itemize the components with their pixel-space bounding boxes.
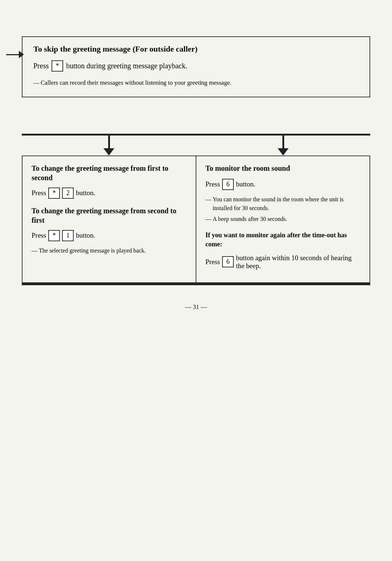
second-to-first-note-block: The selected greeting message is played … bbox=[32, 246, 187, 255]
skip-press-line: Press * button during greeting message p… bbox=[33, 60, 359, 72]
first-to-second-key-2: 2 bbox=[62, 187, 74, 199]
flow-container bbox=[22, 134, 370, 156]
second-to-first-key-star: * bbox=[48, 230, 60, 241]
first-to-second-after: button. bbox=[76, 189, 95, 197]
right-arrow-head bbox=[278, 148, 289, 156]
if-want-section: If you want to monitor again after the t… bbox=[205, 231, 360, 270]
skip-note: Callers can record their messages withou… bbox=[33, 78, 359, 88]
monitor-note-1: You can monitor the sound in the room wh… bbox=[205, 195, 360, 213]
first-to-second-press-label: Press bbox=[32, 189, 46, 197]
monitor-note-2: A beep sounds after 30 seconds. bbox=[205, 215, 360, 223]
arrow-left-indicator bbox=[6, 51, 24, 58]
left-arrow-head bbox=[103, 148, 114, 156]
monitor-after-key: button. bbox=[236, 180, 255, 188]
second-to-first-key-1: 1 bbox=[62, 230, 74, 241]
first-to-second-key-star: * bbox=[48, 187, 60, 199]
bottom-bar bbox=[22, 283, 370, 285]
second-to-first-note: The selected greeting message is played … bbox=[32, 246, 187, 255]
right-arrow-shaft bbox=[282, 136, 284, 148]
second-to-first-section: To change the greeting message from seco… bbox=[32, 206, 187, 255]
arrows-below bbox=[22, 136, 370, 156]
right-down-arrow bbox=[278, 136, 289, 156]
monitor-press-label: Press bbox=[205, 180, 220, 188]
skip-key-star: * bbox=[52, 60, 63, 72]
if-want-after-key: button again within 10 seconds of hearin… bbox=[236, 254, 360, 270]
if-want-title: If you want to monitor again after the t… bbox=[205, 231, 360, 249]
left-arrow-shaft bbox=[108, 136, 110, 148]
left-column: To change the greeting message from firs… bbox=[22, 156, 196, 283]
if-want-press-line: Press 6 button again within 10 seconds o… bbox=[205, 254, 360, 270]
skip-after-key: button during greeting message playback. bbox=[66, 62, 187, 70]
monitor-title: To monitor the room sound bbox=[205, 164, 360, 173]
skip-press-label: Press bbox=[33, 62, 49, 70]
left-down-arrow bbox=[103, 136, 114, 156]
first-to-second-section: To change the greeting message from firs… bbox=[32, 164, 187, 199]
first-to-second-title: To change the greeting message from firs… bbox=[32, 164, 187, 182]
right-column: To monitor the room sound Press 6 button… bbox=[196, 156, 370, 283]
second-to-first-title: To change the greeting message from seco… bbox=[32, 206, 187, 225]
page-number: — 31 — bbox=[22, 303, 370, 311]
skip-greeting-title: To skip the greeting message (For outsid… bbox=[33, 44, 359, 54]
skip-greeting-box: To skip the greeting message (For outsid… bbox=[22, 36, 370, 97]
top-horizontal-bar bbox=[22, 134, 370, 136]
two-col-section: To change the greeting message from firs… bbox=[22, 156, 370, 283]
monitor-notes: You can monitor the sound in the room wh… bbox=[205, 195, 360, 223]
monitor-key-6: 6 bbox=[222, 179, 234, 190]
second-to-first-press-label: Press bbox=[32, 231, 46, 239]
first-to-second-press-line: Press * 2 button. bbox=[32, 187, 187, 199]
if-want-key-6: 6 bbox=[222, 256, 234, 267]
second-to-first-after: button. bbox=[76, 231, 95, 239]
second-to-first-press-line: Press * 1 button. bbox=[32, 230, 187, 241]
if-want-press-label: Press bbox=[205, 258, 220, 266]
page-content: To skip the greeting message (For outsid… bbox=[22, 36, 370, 311]
monitor-press-line: Press 6 button. bbox=[205, 179, 360, 190]
